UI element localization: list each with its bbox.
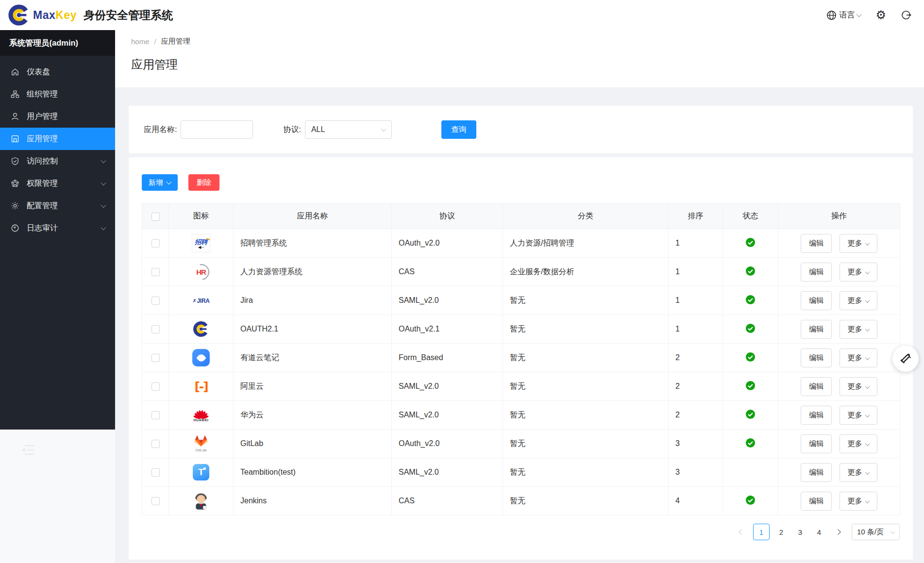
- aliyun-logo: [-]: [194, 380, 207, 394]
- more-button[interactable]: 更多: [840, 434, 877, 453]
- edit-button[interactable]: 编辑: [801, 463, 832, 482]
- more-button[interactable]: 更多: [840, 492, 877, 511]
- app-name-cell: 有道云笔记: [234, 344, 392, 372]
- breadcrumb-home-link[interactable]: home: [131, 37, 150, 46]
- protocol-cell: SAML_v2.0: [392, 401, 503, 430]
- chevron-down-icon: [865, 355, 870, 360]
- sidebar-item-permissions[interactable]: 权限管理: [0, 172, 115, 195]
- column-header-protocol: 协议: [392, 204, 503, 229]
- more-button[interactable]: 更多: [840, 406, 877, 425]
- theme-customizer-button[interactable]: [892, 346, 919, 372]
- sidebar-item-access-control[interactable]: 访问控制: [0, 150, 115, 172]
- edit-button[interactable]: 编辑: [801, 291, 832, 310]
- row-checkbox[interactable]: [151, 354, 160, 362]
- sidebar-collapse-button[interactable]: [20, 444, 37, 456]
- more-button[interactable]: 更多: [840, 377, 877, 396]
- table-row: 有道云笔记 Form_Based 暂无 2 编辑 更多: [142, 344, 900, 372]
- protocol-select[interactable]: ALL: [305, 120, 392, 139]
- select-all-checkbox[interactable]: [151, 213, 160, 221]
- more-button[interactable]: 更多: [840, 291, 877, 310]
- sort-cell: 1: [669, 258, 723, 286]
- sidebar-item-label: 组织管理: [27, 89, 58, 99]
- sidebar: 系统管理员(admin) 仪表盘 组织管理 用户管理: [0, 30, 115, 430]
- actions-cell: 编辑 更多: [778, 487, 900, 515]
- settings-button[interactable]: ⚙: [875, 9, 886, 21]
- table-card: 新增 删除 图标 应用名称 协议 分类 排序: [129, 157, 913, 560]
- sidebar-item-organizations[interactable]: 组织管理: [0, 83, 115, 105]
- sidebar-item-label: 仪表盘: [27, 67, 50, 77]
- status-cell: [723, 286, 778, 315]
- row-checkbox[interactable]: [151, 297, 160, 305]
- status-enabled-icon: [746, 266, 755, 276]
- status-enabled-icon: [746, 352, 755, 362]
- edit-button[interactable]: 编辑: [801, 348, 832, 367]
- sidebar-item-label: 权限管理: [27, 179, 58, 189]
- breadcrumb-current: 应用管理: [161, 37, 190, 46]
- language-switcher[interactable]: 语言: [826, 10, 861, 20]
- more-button[interactable]: 更多: [840, 234, 877, 253]
- status-cell: [723, 430, 778, 458]
- chevron-down-icon: [101, 225, 106, 230]
- actions-cell: 编辑 更多: [778, 430, 900, 458]
- applications-table: 图标 应用名称 协议 分类 排序 状态 操作 招聘◀─ 招聘管理系统 OAuth…: [142, 203, 900, 515]
- add-button[interactable]: 新增: [142, 174, 178, 191]
- edit-button[interactable]: 编辑: [801, 263, 832, 282]
- page-number-button[interactable]: 2: [774, 524, 789, 540]
- status-enabled-icon: [746, 324, 755, 333]
- protocol-cell: OAuth_v2.0: [392, 229, 503, 258]
- edit-button[interactable]: 编辑: [801, 406, 832, 425]
- row-checkbox[interactable]: [151, 468, 160, 477]
- delete-button[interactable]: 删除: [188, 174, 219, 191]
- sidebar-item-dashboard[interactable]: 仪表盘: [0, 61, 115, 83]
- table-row: [-] 阿里云 SAML_v2.0 暂无 2 编辑 更多: [142, 372, 900, 401]
- logout-button[interactable]: [901, 10, 911, 20]
- more-button[interactable]: 更多: [840, 348, 877, 367]
- chevron-down-icon: [101, 180, 106, 185]
- edit-button[interactable]: 编辑: [801, 434, 832, 453]
- row-checkbox[interactable]: [151, 325, 160, 333]
- sort-cell: 3: [669, 430, 723, 458]
- column-header-actions: 操作: [778, 204, 900, 229]
- sidebar-item-label: 配置管理: [27, 201, 58, 211]
- row-checkbox[interactable]: [151, 497, 160, 505]
- maxkey-logo: [193, 321, 209, 337]
- sidebar-item-audit-logs[interactable]: 日志审计: [0, 217, 115, 239]
- edit-button[interactable]: 编辑: [801, 492, 832, 511]
- sort-cell: 3: [669, 458, 723, 487]
- page-size-select[interactable]: 10 条/页: [852, 524, 900, 540]
- breadcrumb-separator: /: [154, 37, 156, 46]
- next-page-button[interactable]: [831, 524, 845, 540]
- actions-cell: 编辑 更多: [778, 372, 900, 401]
- row-checkbox[interactable]: [151, 382, 160, 391]
- page-number-button[interactable]: 3: [793, 524, 807, 540]
- app-name-input[interactable]: [181, 120, 253, 139]
- jenkins-logo: [193, 492, 209, 510]
- more-button[interactable]: 更多: [840, 463, 877, 482]
- page-number-button[interactable]: 1: [753, 524, 770, 540]
- row-checkbox[interactable]: [151, 268, 160, 276]
- sidebar-item-users[interactable]: 用户管理: [0, 105, 115, 128]
- column-header-category: 分类: [503, 204, 669, 229]
- prev-page-button[interactable]: [734, 524, 749, 540]
- sort-cell: 1: [669, 286, 723, 315]
- row-checkbox[interactable]: [151, 440, 160, 448]
- row-checkbox[interactable]: [151, 411, 160, 419]
- protocol-cell: CAS: [392, 258, 503, 286]
- row-checkbox[interactable]: [151, 239, 160, 248]
- search-button[interactable]: 查询: [441, 120, 476, 139]
- sidebar-item-applications[interactable]: 应用管理: [0, 128, 115, 150]
- sidebar-item-configuration[interactable]: 配置管理: [0, 195, 115, 217]
- edit-button[interactable]: 编辑: [801, 377, 832, 396]
- more-button[interactable]: 更多: [840, 320, 877, 339]
- category-cell: 企业服务/数据分析: [503, 258, 669, 286]
- page-header: home / 应用管理 应用管理: [115, 30, 924, 87]
- edit-button[interactable]: 编辑: [801, 320, 832, 339]
- column-header-name: 应用名称: [234, 204, 392, 229]
- dashboard-icon: [11, 67, 19, 76]
- zhaopin-logo: 招聘◀─: [192, 234, 210, 252]
- actions-cell: 编辑 更多: [778, 258, 900, 286]
- page-number-button[interactable]: 4: [812, 524, 826, 540]
- more-button[interactable]: 更多: [840, 263, 877, 282]
- protocol-cell: CAS: [392, 487, 503, 515]
- edit-button[interactable]: 编辑: [801, 234, 832, 253]
